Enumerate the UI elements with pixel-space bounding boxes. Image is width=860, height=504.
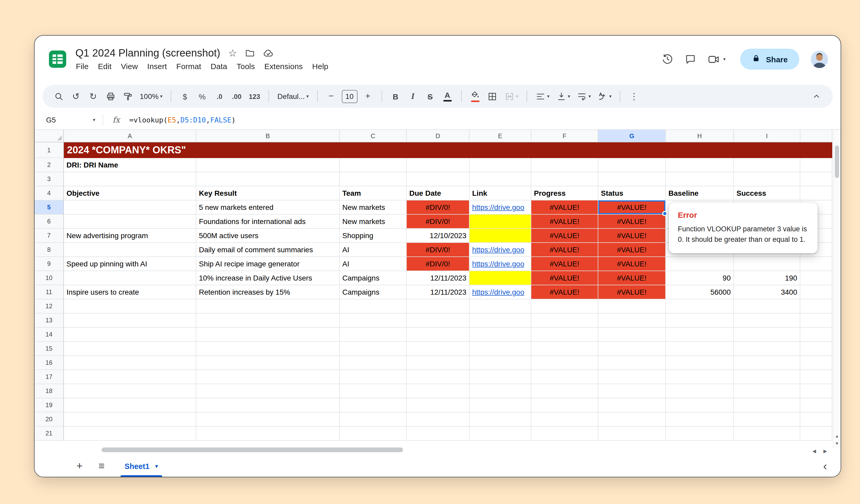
name-box[interactable]: G5 ▾ xyxy=(34,115,103,124)
cell-A7[interactable]: New advertising program xyxy=(64,229,196,243)
cell-D6[interactable]: #DIV/0! xyxy=(407,215,470,229)
cell-A20[interactable] xyxy=(64,413,196,427)
cell-A14[interactable] xyxy=(64,328,196,342)
menu-tools[interactable]: Tools xyxy=(232,60,260,71)
column-header-E[interactable]: E xyxy=(470,130,531,142)
cell-G10[interactable]: #VALUE! xyxy=(598,271,666,285)
menu-extensions[interactable]: Extensions xyxy=(260,60,307,71)
cell-spill-11[interactable] xyxy=(800,285,832,299)
cell-link[interactable]: https://drive.goo xyxy=(472,203,524,212)
cell-B10[interactable]: 10% increase in Daily Active Users xyxy=(196,271,340,285)
cell-A5[interactable] xyxy=(64,200,196,215)
row-header-13[interactable]: 13 xyxy=(34,314,64,328)
cell-F17[interactable] xyxy=(531,370,598,384)
cell-G4[interactable]: Status xyxy=(598,186,666,200)
cell-E12[interactable] xyxy=(470,299,531,314)
cell-F14[interactable] xyxy=(531,328,598,342)
cell-C12[interactable] xyxy=(340,299,407,314)
cell-B17[interactable] xyxy=(196,370,340,384)
row-header-6[interactable]: 6 xyxy=(34,215,64,229)
menu-view[interactable]: View xyxy=(116,60,143,71)
cell-A6[interactable] xyxy=(64,215,196,229)
cell-C18[interactable] xyxy=(340,384,407,398)
row-header-19[interactable]: 19 xyxy=(34,398,64,413)
increase-font-size-button[interactable]: + xyxy=(360,88,375,105)
cell-I19[interactable] xyxy=(734,398,800,413)
print-button[interactable] xyxy=(103,88,118,105)
cell-I20[interactable] xyxy=(734,413,800,427)
font-size-input[interactable]: 10 xyxy=(342,90,357,103)
scroll-up-icon[interactable]: ▲ xyxy=(833,434,841,438)
row-header-7[interactable]: 7 xyxy=(34,229,64,243)
vertical-scrollbar-thumb[interactable] xyxy=(835,145,839,178)
row-header-10[interactable]: 10 xyxy=(34,271,64,285)
cell-H9[interactable] xyxy=(666,257,734,271)
column-header-C[interactable]: C xyxy=(340,130,407,142)
cell-E3[interactable] xyxy=(470,172,531,186)
cell-spill-10[interactable] xyxy=(800,271,832,285)
cell-C16[interactable] xyxy=(340,356,407,370)
banner-cell[interactable]: 2024 *COMPANY* OKRS" xyxy=(64,142,832,158)
cell-spill-12[interactable] xyxy=(800,299,832,314)
cell-C17[interactable] xyxy=(340,370,407,384)
undo-button[interactable]: ↺ xyxy=(68,88,84,105)
cell-I15[interactable] xyxy=(734,342,800,356)
cell-E20[interactable] xyxy=(470,413,531,427)
cell-G19[interactable] xyxy=(598,398,666,413)
cell-B14[interactable] xyxy=(196,328,340,342)
cell-F16[interactable] xyxy=(531,356,598,370)
cell-B8[interactable]: Daily email of comment summaries xyxy=(196,243,340,257)
cell-I16[interactable] xyxy=(734,356,800,370)
row-header-2[interactable]: 2 xyxy=(34,158,64,172)
cell-C2[interactable] xyxy=(340,158,407,172)
cell-spill-17[interactable] xyxy=(800,370,832,384)
cell-A10[interactable] xyxy=(64,271,196,285)
cell-spill-9[interactable] xyxy=(800,257,832,271)
paint-format-button[interactable] xyxy=(120,88,135,105)
fill-handle[interactable] xyxy=(662,211,668,216)
cell-E11[interactable]: https://drive.goo xyxy=(470,285,531,299)
cell-B11[interactable]: Retention increases by 15% xyxy=(196,285,340,299)
cell-F6[interactable]: #VALUE! xyxy=(531,215,598,229)
horizontal-align-button[interactable]: ▾ xyxy=(533,88,552,105)
cell-B5[interactable]: 5 new markets entered xyxy=(196,200,340,215)
formula-input[interactable]: =vlookup(E5,D5:D10,FALSE) xyxy=(129,115,841,124)
cell-C20[interactable] xyxy=(340,413,407,427)
cell-A19[interactable] xyxy=(64,398,196,413)
row-header-15[interactable]: 15 xyxy=(34,342,64,356)
menu-data[interactable]: Data xyxy=(206,60,232,71)
cell-E21[interactable] xyxy=(470,427,531,441)
cell-B20[interactable] xyxy=(196,413,340,427)
cell-A3[interactable] xyxy=(64,172,196,186)
document-title[interactable]: Q1 2024 Planning (screenshot) xyxy=(75,47,220,59)
cell-link[interactable]: https://drive.goo xyxy=(472,288,524,296)
cell-H16[interactable] xyxy=(666,356,734,370)
column-header-A[interactable]: A xyxy=(64,130,196,142)
cell-spill-14[interactable] xyxy=(800,328,832,342)
cell-E8[interactable]: https://drive.goo xyxy=(470,243,531,257)
row-header-1[interactable]: 1 xyxy=(34,142,64,158)
cell-F13[interactable] xyxy=(531,314,598,328)
cell-G13[interactable] xyxy=(598,314,666,328)
cell-spill-16[interactable] xyxy=(800,356,832,370)
cell-A2[interactable]: DRI: DRI Name xyxy=(64,158,196,172)
cell-G5[interactable]: #VALUE! xyxy=(598,200,666,215)
cell-A21[interactable] xyxy=(64,427,196,441)
cell-G11[interactable]: #VALUE! xyxy=(598,285,666,299)
cell-link[interactable]: https://drive.goo xyxy=(472,245,524,254)
cell-F9[interactable]: #VALUE! xyxy=(531,257,598,271)
cell-E14[interactable] xyxy=(470,328,531,342)
cell-F8[interactable]: #VALUE! xyxy=(531,243,598,257)
cell-A16[interactable] xyxy=(64,356,196,370)
cell-H18[interactable] xyxy=(666,384,734,398)
cell-D18[interactable] xyxy=(407,384,470,398)
percent-format-button[interactable]: % xyxy=(195,88,210,105)
redo-button[interactable]: ↻ xyxy=(85,88,101,105)
row-header-8[interactable]: 8 xyxy=(34,243,64,257)
cell-C13[interactable] xyxy=(340,314,407,328)
cell-G12[interactable] xyxy=(598,299,666,314)
fill-color-button[interactable] xyxy=(467,88,483,105)
row-header-20[interactable]: 20 xyxy=(34,413,64,427)
collapse-panel-icon[interactable]: ‹ xyxy=(823,460,827,472)
horizontal-scrollbar-thumb[interactable] xyxy=(102,447,403,452)
